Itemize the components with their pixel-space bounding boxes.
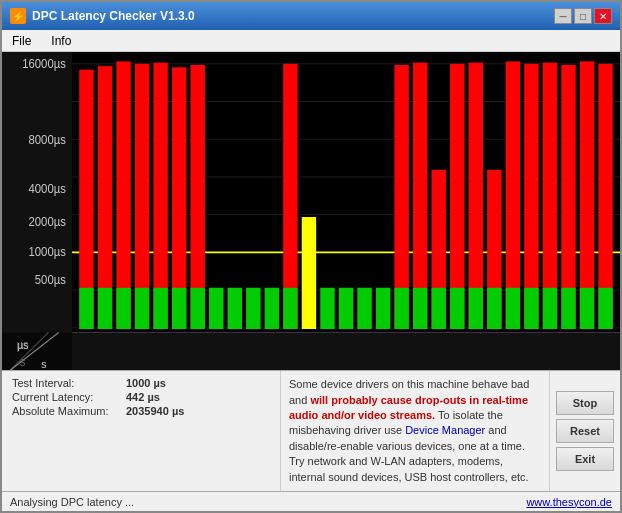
svg-rect-71 xyxy=(598,288,612,329)
svg-rect-59 xyxy=(487,288,501,329)
test-interval-row: Test Interval: 1000 µs xyxy=(12,377,270,389)
test-interval-label: Test Interval: xyxy=(12,377,122,389)
status-text: Analysing DPC latency ... xyxy=(10,496,134,508)
svg-rect-42 xyxy=(320,288,334,329)
svg-rect-46 xyxy=(376,288,390,329)
svg-rect-77 xyxy=(2,333,72,371)
svg-rect-37 xyxy=(265,288,279,329)
svg-rect-55 xyxy=(450,288,464,329)
stop-button[interactable]: Stop xyxy=(556,391,614,415)
svg-rect-34 xyxy=(228,288,242,329)
svg-rect-51 xyxy=(413,288,427,329)
svg-text:4000µs: 4000µs xyxy=(29,182,66,197)
svg-rect-45 xyxy=(357,288,371,329)
svg-text:s: s xyxy=(41,357,47,370)
absolute-max-value: 2035940 µs xyxy=(126,405,184,417)
main-window: ⚡ DPC Latency Checker V1.3.0 ─ □ ✕ File … xyxy=(0,0,622,513)
svg-rect-36 xyxy=(246,288,260,329)
exit-button[interactable]: Exit xyxy=(556,447,614,471)
app-icon: ⚡ xyxy=(10,8,26,24)
svg-rect-43 xyxy=(339,288,353,329)
current-latency-value: 442 µs xyxy=(126,391,160,403)
svg-rect-18 xyxy=(79,288,93,329)
reset-button[interactable]: Reset xyxy=(556,419,614,443)
svg-rect-22 xyxy=(116,288,130,329)
svg-rect-41 xyxy=(302,217,316,329)
menu-file[interactable]: File xyxy=(6,32,37,50)
svg-rect-29 xyxy=(172,288,186,329)
stats-panel: Test Interval: 1000 µs Current Latency: … xyxy=(2,371,280,491)
svg-rect-67 xyxy=(561,288,575,329)
svg-rect-33 xyxy=(209,288,223,329)
title-bar-left: ⚡ DPC Latency Checker V1.3.0 xyxy=(10,8,195,24)
svg-text:500µs: 500µs xyxy=(35,273,66,288)
svg-rect-48 xyxy=(394,288,408,329)
svg-rect-39 xyxy=(283,288,297,329)
svg-text:2000µs: 2000µs xyxy=(29,215,66,230)
svg-text:µs: µs xyxy=(17,338,29,351)
svg-rect-1 xyxy=(2,52,72,353)
maximize-button[interactable]: □ xyxy=(574,8,592,24)
website-link[interactable]: www.thesycon.de xyxy=(526,496,612,508)
window-controls: ─ □ ✕ xyxy=(554,8,612,24)
window-title: DPC Latency Checker V1.3.0 xyxy=(32,9,195,23)
svg-rect-32 xyxy=(190,288,204,329)
svg-rect-65 xyxy=(543,288,557,329)
svg-text:16000µs: 16000µs xyxy=(22,57,66,72)
svg-text:1000µs: 1000µs xyxy=(29,244,66,259)
chart-area: 16000µs 8000µs 4000µs 2000µs 1000µs 500µ… xyxy=(2,52,620,370)
current-latency-label: Current Latency: xyxy=(12,391,122,403)
close-button[interactable]: ✕ xyxy=(594,8,612,24)
svg-rect-69 xyxy=(580,288,594,329)
title-bar: ⚡ DPC Latency Checker V1.3.0 ─ □ ✕ xyxy=(2,2,620,30)
svg-rect-20 xyxy=(98,288,112,329)
minimize-button[interactable]: ─ xyxy=(554,8,572,24)
message-panel: Some device drivers on this machine beha… xyxy=(280,371,550,491)
latency-chart: 16000µs 8000µs 4000µs 2000µs 1000µs 500µ… xyxy=(2,52,620,370)
svg-rect-25 xyxy=(135,288,149,329)
svg-rect-53 xyxy=(432,288,446,329)
svg-rect-61 xyxy=(506,288,520,329)
menu-bar: File Info xyxy=(2,30,620,52)
current-latency-row: Current Latency: 442 µs xyxy=(12,391,270,403)
svg-rect-27 xyxy=(153,288,167,329)
bottom-panel: Test Interval: 1000 µs Current Latency: … xyxy=(2,370,620,491)
absolute-max-row: Absolute Maximum: 2035940 µs xyxy=(12,405,270,417)
svg-rect-57 xyxy=(469,288,483,329)
svg-rect-73 xyxy=(2,333,620,371)
svg-rect-63 xyxy=(524,288,538,329)
test-interval-value: 1000 µs xyxy=(126,377,166,389)
svg-text:8000µs: 8000µs xyxy=(29,132,66,147)
menu-info[interactable]: Info xyxy=(45,32,77,50)
status-bar: Analysing DPC latency ... www.thesycon.d… xyxy=(2,491,620,511)
buttons-panel: Stop Reset Exit xyxy=(550,371,620,491)
absolute-max-label: Absolute Maximum: xyxy=(12,405,122,417)
